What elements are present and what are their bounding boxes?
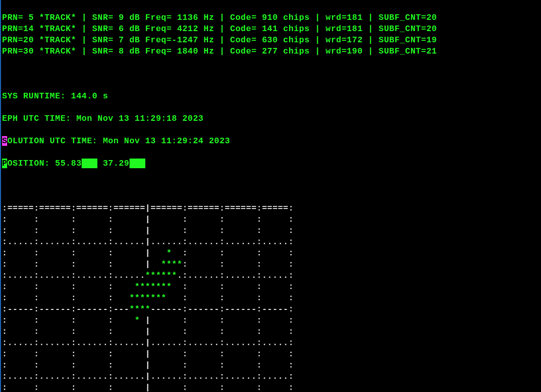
- grid-row: :.....:......:......:......|......:.....…: [2, 371, 541, 382]
- blank-line: [2, 180, 541, 192]
- position-sep: [97, 159, 102, 168]
- grid-char: : : : :: [183, 259, 294, 269]
- data-point-icon: *******: [135, 282, 172, 292]
- grid-char: :.....:......:......:......|......:.....…: [2, 338, 294, 348]
- grid-char: : : : : |: [2, 248, 166, 258]
- grid-char: .:......:......:.....:: [177, 271, 294, 280]
- track-line: PRN=20 *TRACK* | SNR= 7 dB Freq=-1247 Hz…: [2, 35, 541, 46]
- position-first-char: P: [2, 159, 7, 168]
- grid-char: : : : :: [2, 282, 135, 292]
- grid-row: : : : : | * : : : :: [2, 248, 541, 259]
- track-line: PRN= 5 *TRACK* | SNR= 9 dB Freq= 1136 Hz…: [2, 12, 541, 23]
- data-point-icon: ****: [130, 304, 151, 314]
- grid-char: : : : : | : : : :: [2, 383, 294, 392]
- grid-char: :.....:......:......:......: [2, 271, 145, 280]
- grid-row: :=====:======:======:======|======:=====…: [2, 203, 541, 214]
- grid-char: : : : :: [2, 293, 130, 303]
- sys-runtime-line: SYS RUNTIME: 144.0 s: [2, 91, 541, 102]
- track-line: PRN=30 *TRACK* | SNR= 8 dB Freq= 1840 Hz…: [2, 46, 541, 57]
- data-point-icon: ******: [145, 271, 177, 280]
- solution-label-rest: OLUTION UTC TIME:: [7, 136, 102, 146]
- solution-utc-value: Mon Nov 13 11:29:24 2023: [103, 136, 230, 146]
- grid-row: : : : : ******* : : : :: [2, 293, 541, 304]
- track-line: PRN=14 *TRACK* | SNR= 6 dB Freq= 4212 Hz…: [2, 23, 541, 35]
- data-point-icon: ****: [161, 259, 183, 269]
- position-lat: 55.83: [55, 159, 82, 168]
- position-lat-redacted: ###: [82, 159, 97, 168]
- grid-char: : : : : | : : : :: [2, 327, 294, 336]
- track-lines-block: PRN= 5 *TRACK* | SNR= 9 dB Freq= 1136 Hz…: [2, 12, 541, 57]
- data-point-icon: *: [166, 248, 171, 258]
- grid-row: : : : : | : : : :: [2, 225, 541, 237]
- grid-row: : : : : | : : : :: [2, 360, 541, 371]
- grid-char: :-----:------:------:---: [2, 304, 130, 314]
- eph-utc-value: Mon Nov 13 11:29:18 2023: [76, 114, 204, 123]
- grid-char: : : : : | : : : :: [2, 215, 294, 224]
- blank-line: [2, 68, 541, 80]
- grid-char: : : : :: [172, 248, 294, 258]
- grid-char: : : : : | : : : :: [2, 360, 294, 370]
- grid-row: : : : : | : : : :: [2, 326, 541, 337]
- position-label-rest: OSITION:: [7, 159, 55, 168]
- grid-char: : : : :: [166, 293, 294, 303]
- grid-row: :.....:......:......:......|......:.....…: [2, 337, 541, 349]
- grid-char: | : : : :: [140, 316, 294, 325]
- grid-char: : : : :: [172, 282, 294, 292]
- grid-row: :.....:......:......:......|......:.....…: [2, 237, 541, 248]
- data-point-icon: *: [135, 316, 140, 325]
- eph-utc-label: EPH UTC TIME:: [2, 114, 76, 123]
- sys-runtime-value: 144.0 s: [71, 91, 108, 101]
- grid-char: :=====:======:======:======|======:=====…: [2, 203, 294, 213]
- grid-char: : : : : | : : : :: [2, 226, 294, 236]
- grid-char: ------:------:------:-----:: [150, 304, 294, 314]
- grid-row: : : : : * | : : : :: [2, 315, 541, 326]
- grid-char: : : : :: [2, 316, 135, 325]
- grid-row: :-----:------:------:---****------:-----…: [2, 304, 541, 315]
- grid-row: :.....:......:......:......******.:.....…: [2, 270, 541, 281]
- grid-row: : : : : | : : : :: [2, 382, 541, 392]
- grid-char: :.....:......:......:......|......:.....…: [2, 372, 294, 381]
- position-lon-redacted: ###: [130, 159, 145, 168]
- solution-cursor-char: S: [2, 136, 7, 146]
- data-point-icon: *******: [130, 293, 167, 303]
- grid-row: : : : : ******* : : : :: [2, 281, 541, 293]
- grid-char: : : : : | : : : :: [2, 349, 294, 359]
- position-lon: 37.29: [103, 159, 130, 168]
- eph-utc-line: EPH UTC TIME: Mon Nov 13 11:29:18 2023: [2, 113, 541, 124]
- grid-row: : : : : | ****: : : :: [2, 259, 541, 270]
- terminal-output: PRN= 5 *TRACK* | SNR= 9 dB Freq= 1136 Hz…: [1, 0, 541, 392]
- position-line: POSITION: 55.83### 37.29###: [2, 158, 541, 169]
- grid-char: :.....:......:......:......|......:.....…: [2, 237, 294, 247]
- ascii-scatter-grid: :=====:======:======:======|======:=====…: [2, 203, 541, 392]
- grid-row: : : : : | : : : :: [2, 214, 541, 225]
- grid-char: : : : : |: [2, 259, 161, 269]
- sys-runtime-label: SYS RUNTIME:: [2, 91, 71, 101]
- grid-row: : : : : | : : : :: [2, 349, 541, 360]
- solution-utc-line: SOLUTION UTC TIME: Mon Nov 13 11:29:24 2…: [2, 136, 541, 147]
